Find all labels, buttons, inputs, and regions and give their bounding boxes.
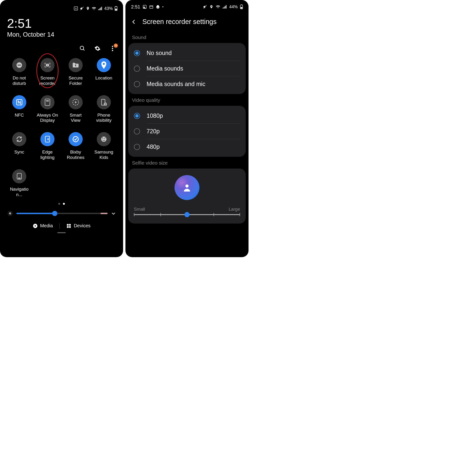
dnd-icon xyxy=(12,58,26,72)
svg-marker-59 xyxy=(156,7,159,9)
selfie-size-card: Small Large xyxy=(128,169,246,223)
location-icon xyxy=(86,6,90,11)
qs-tile-location[interactable]: Location xyxy=(90,58,118,86)
settings-title: Screen recorder settings xyxy=(142,18,217,26)
radio-icon xyxy=(134,128,140,134)
qs-tile-label: Navigatio n... xyxy=(10,187,28,197)
more-button[interactable]: N xyxy=(109,45,116,52)
quality-option[interactable]: 480p xyxy=(128,139,246,154)
svg-rect-51 xyxy=(69,224,71,226)
brightness-slider[interactable] xyxy=(16,213,108,214)
svg-rect-23 xyxy=(46,100,49,102)
radio-icon xyxy=(134,81,140,87)
svg-line-46 xyxy=(8,215,9,215)
screenrec-icon xyxy=(40,58,55,72)
svg-line-29 xyxy=(106,105,107,106)
svg-line-44 xyxy=(8,212,9,212)
battery-percent: 43% xyxy=(104,6,113,11)
panel-actions: N xyxy=(0,43,123,56)
status-time: 2:51 xyxy=(131,4,140,10)
svg-point-36 xyxy=(18,178,19,178)
settings-header: Screen recorder settings xyxy=(125,14,249,31)
svg-rect-4 xyxy=(99,8,100,10)
qs-tile-sync[interactable]: Sync xyxy=(5,132,33,160)
devices-button[interactable]: Devices xyxy=(66,223,90,228)
svg-line-47 xyxy=(11,212,12,212)
sound-option[interactable]: Media sounds and mic xyxy=(128,76,246,92)
brightness-icon xyxy=(7,210,13,216)
qs-tile-label: Secure Folder xyxy=(69,76,83,86)
qs-tile-aod[interactable]: Always On Display xyxy=(33,95,62,123)
qs-tile-navbar[interactable]: Navigatio n... xyxy=(5,169,33,197)
bottom-separator xyxy=(59,223,60,228)
qs-tile-smartview[interactable]: Smart View xyxy=(62,95,90,123)
qs-tile-dnd[interactable]: Do not disturb xyxy=(5,58,33,86)
qs-tile-label: NFC xyxy=(15,113,24,123)
settings-screen: 2:51 • 44% Screen recorder settings Soun… xyxy=(125,0,249,257)
media-label: Media xyxy=(40,223,53,228)
qs-tile-nfc[interactable]: NFC xyxy=(5,95,33,123)
svg-rect-64 xyxy=(226,5,226,8)
page-dot-1[interactable] xyxy=(58,203,60,205)
svg-rect-56 xyxy=(150,6,153,8)
panel-handle[interactable] xyxy=(57,232,66,233)
qs-tile-kids[interactable]: Samsung Kids xyxy=(90,132,118,160)
svg-point-38 xyxy=(20,178,20,178)
size-labels: Small Large xyxy=(134,207,240,212)
svg-point-13 xyxy=(112,48,113,49)
svg-point-33 xyxy=(103,138,103,139)
qs-tile-label: Phone visibility xyxy=(96,113,111,123)
gallery-icon xyxy=(143,5,147,9)
sound-option[interactable]: No sound xyxy=(128,45,246,61)
bottom-row: Media Devices xyxy=(0,219,123,232)
selfie-size-slider[interactable] xyxy=(134,214,240,215)
section-sound-label: Sound xyxy=(125,31,249,43)
navbar-icon xyxy=(12,169,26,183)
mute-icon xyxy=(80,6,84,11)
svg-rect-22 xyxy=(45,99,50,106)
qs-tile-visibility[interactable]: Phone visibility xyxy=(90,95,118,123)
radio-label: No sound xyxy=(147,50,172,57)
qs-tile-label: Screen recorder xyxy=(39,76,56,86)
calendar-icon xyxy=(149,5,153,9)
radio-label: 480p xyxy=(147,143,160,150)
qs-tile-edge[interactable]: Edge lighting xyxy=(33,132,62,160)
media-button[interactable]: Media xyxy=(33,223,53,228)
settings-button[interactable] xyxy=(94,45,101,52)
wifi-icon xyxy=(216,5,220,9)
qs-tile-bixby[interactable]: Bixby Routines xyxy=(62,132,90,160)
svg-line-45 xyxy=(11,215,12,215)
svg-point-12 xyxy=(112,46,113,47)
radio-label: Media sounds xyxy=(147,65,183,72)
devices-label: Devices xyxy=(74,223,90,228)
panel-date: Mon, October 14 xyxy=(7,31,116,38)
sync-icon xyxy=(12,132,26,146)
quick-settings-panel: N 43% 2:51 Mon, October 14 N xyxy=(0,0,123,257)
drive-icon xyxy=(156,5,160,9)
quality-option[interactable]: 720p xyxy=(128,124,246,139)
more-badge: N xyxy=(114,44,118,48)
kids-icon xyxy=(97,132,111,146)
search-button[interactable] xyxy=(79,45,86,52)
radio-label: 1080p xyxy=(147,112,163,119)
svg-point-68 xyxy=(185,184,188,188)
folder-icon xyxy=(69,58,83,72)
quality-option[interactable]: 1080p xyxy=(128,108,246,123)
sound-option[interactable]: Media sounds xyxy=(128,61,246,76)
section-selfie-label: Selfie video size xyxy=(125,157,249,169)
svg-point-20 xyxy=(75,64,76,65)
qs-tile-screenrec[interactable]: Screen recorder xyxy=(33,58,62,86)
quick-settings-grid: Do not disturbScreen recorderSecure Fold… xyxy=(0,56,123,200)
qs-tile-label: Edge lighting xyxy=(40,150,55,160)
page-dot-2[interactable] xyxy=(63,203,65,205)
svg-rect-52 xyxy=(67,226,69,228)
svg-rect-9 xyxy=(115,9,117,10)
radio-label: 720p xyxy=(147,128,160,135)
back-button[interactable] xyxy=(131,19,137,25)
expand-button[interactable] xyxy=(111,211,116,216)
svg-rect-61 xyxy=(223,8,223,9)
svg-rect-63 xyxy=(225,6,226,8)
page-indicator[interactable] xyxy=(0,200,123,208)
qs-tile-label: Samsung Kids xyxy=(94,150,113,160)
qs-tile-folder[interactable]: Secure Folder xyxy=(62,58,90,86)
